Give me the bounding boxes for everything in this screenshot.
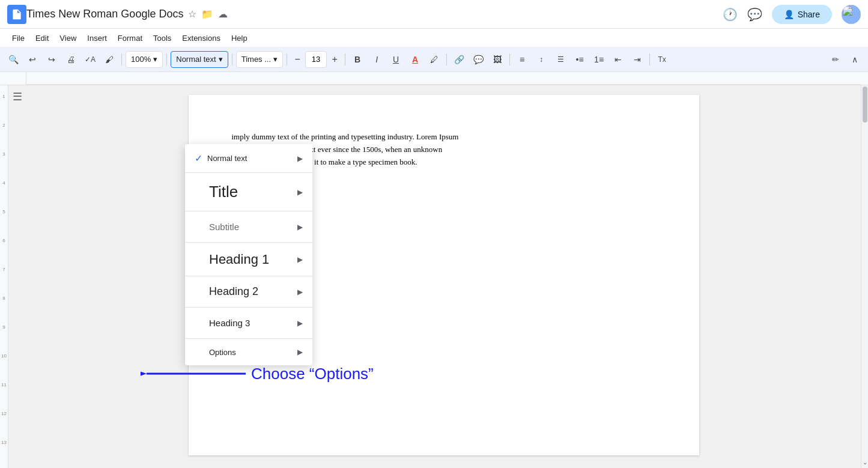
arrow-icon: ▶ bbox=[297, 154, 303, 163]
dropdown-item-heading3[interactable]: Heading 3 ▶ bbox=[185, 308, 312, 339]
insert-image-button[interactable]: 🖼 bbox=[489, 51, 506, 68]
style-dropdown-label: Normal text bbox=[176, 55, 216, 64]
history-icon[interactable]: 🕐 bbox=[723, 7, 738, 22]
bold-button[interactable]: B bbox=[349, 51, 366, 68]
chevron-down-icon2: ▾ bbox=[219, 55, 223, 64]
font-dropdown-label: Times ... bbox=[241, 55, 271, 64]
right-title-area: 🕐 💬 👤 Share U bbox=[723, 5, 861, 24]
menu-format[interactable]: Format bbox=[113, 31, 147, 45]
chevron-down-icon3: ▾ bbox=[273, 55, 278, 64]
clear-formatting-button[interactable]: Tx bbox=[654, 51, 670, 68]
arrow-icon3: ▶ bbox=[297, 223, 303, 231]
collapse-toolbar-button[interactable]: ∧ bbox=[846, 51, 863, 68]
font-size-area: − + bbox=[291, 51, 341, 68]
corner-box bbox=[0, 72, 26, 85]
redo-button[interactable]: ↪ bbox=[43, 51, 60, 68]
menu-view[interactable]: View bbox=[55, 31, 81, 45]
spellcheck-button[interactable]: ✓A bbox=[82, 51, 99, 68]
sep5 bbox=[345, 53, 345, 65]
sep6 bbox=[446, 53, 447, 65]
dropdown-item-heading1[interactable]: Heading 1 ▶ bbox=[185, 243, 312, 276]
arrow-icon6: ▶ bbox=[297, 319, 303, 327]
title-bar: Times New Roman Google Docs ☆ 📁 ☁ 🕐 💬 👤 … bbox=[0, 0, 868, 29]
decrease-font-size-button[interactable]: − bbox=[291, 51, 304, 68]
sep4 bbox=[287, 53, 287, 65]
doc-area[interactable]: imply dummy text of the printing and typ… bbox=[26, 85, 861, 468]
dropdown-label-heading2: Heading 2 bbox=[209, 285, 258, 298]
dropdown-item-normal-text[interactable]: ✓ Normal text ▶ bbox=[185, 144, 312, 173]
user-avatar[interactable]: U bbox=[842, 5, 861, 24]
dropdown-label-normal-text: Normal text bbox=[207, 154, 247, 163]
menu-extensions[interactable]: Extensions bbox=[177, 31, 225, 45]
sidebar: ☰ bbox=[8, 85, 26, 468]
share-button[interactable]: 👤 Share bbox=[772, 5, 832, 24]
sep2 bbox=[166, 53, 167, 65]
increase-indent-button[interactable]: ⇥ bbox=[629, 51, 646, 68]
italic-button[interactable]: I bbox=[368, 51, 385, 68]
checklist-button[interactable]: ☰ bbox=[552, 51, 569, 68]
main-area: 1 2 3 4 5 6 7 8 9 10 11 12 13 ☰ imply du… bbox=[0, 72, 868, 468]
scroll-to-bottom-button[interactable]: ⌄ bbox=[861, 459, 868, 466]
check-icon: ✓ bbox=[195, 153, 202, 164]
horizontal-ruler bbox=[26, 72, 861, 85]
ruler-row bbox=[0, 72, 868, 85]
menu-insert[interactable]: Insert bbox=[82, 31, 112, 45]
link-button[interactable]: 🔗 bbox=[451, 51, 467, 68]
dropdown-item-heading2[interactable]: Heading 2 ▶ bbox=[185, 276, 312, 308]
decrease-indent-button[interactable]: ⇤ bbox=[610, 51, 627, 68]
numbered-list-button[interactable]: 1≡ bbox=[590, 51, 607, 68]
chevron-down-icon: ▾ bbox=[153, 55, 157, 64]
underline-button[interactable]: U bbox=[387, 51, 404, 68]
star-icon[interactable]: ☆ bbox=[188, 8, 196, 20]
text-color-button[interactable]: A bbox=[407, 51, 423, 68]
scroll-thumb[interactable] bbox=[863, 87, 867, 123]
scrollbar[interactable]: ⌄ bbox=[861, 85, 868, 468]
toolbar: 🔍 ↩ ↪ 🖨 ✓A 🖌 100% ▾ Normal text ▾ Times … bbox=[0, 47, 868, 72]
highlight-button[interactable]: 🖊 bbox=[426, 51, 443, 68]
dropdown-item-options[interactable]: Options ▶ bbox=[185, 339, 312, 365]
align-button[interactable]: ≡ bbox=[514, 51, 530, 68]
arrow-icon4: ▶ bbox=[297, 255, 303, 264]
dropdown-label-title: Title bbox=[209, 183, 238, 201]
content-row: 1 2 3 4 5 6 7 8 9 10 11 12 13 ☰ imply du… bbox=[0, 85, 868, 468]
outline-icon[interactable]: ☰ bbox=[13, 90, 22, 103]
print-button[interactable]: 🖨 bbox=[62, 51, 79, 68]
style-dropdown-menu: ✓ Normal text ▶ Title ▶ Subtitle ▶ bbox=[185, 144, 312, 365]
folder-icon[interactable]: 📁 bbox=[201, 8, 213, 20]
doc-title[interactable]: Times New Roman Google Docs bbox=[26, 8, 183, 20]
vertical-ruler: 1 2 3 4 5 6 7 8 9 10 11 12 13 bbox=[0, 85, 8, 468]
dropdown-label-subtitle: Subtitle bbox=[209, 222, 239, 232]
arrow-icon7: ▶ bbox=[297, 348, 303, 356]
insert-comment-button[interactable]: 💬 bbox=[470, 51, 487, 68]
dropdown-label-options: Options bbox=[209, 348, 236, 357]
dropdown-label-heading3: Heading 3 bbox=[209, 318, 250, 328]
font-dropdown[interactable]: Times ... ▾ bbox=[236, 51, 283, 68]
menu-help[interactable]: Help bbox=[226, 31, 252, 45]
undo-button[interactable]: ↩ bbox=[24, 51, 41, 68]
h-ruler-right bbox=[861, 72, 868, 85]
doc-title-area: Times New Roman Google Docs ☆ 📁 ☁ bbox=[26, 8, 723, 20]
bullet-list-button[interactable]: •≡ bbox=[571, 51, 588, 68]
sep3 bbox=[232, 53, 232, 65]
sep7 bbox=[509, 53, 510, 65]
dropdown-item-subtitle[interactable]: Subtitle ▶ bbox=[185, 211, 312, 243]
menu-bar: File Edit View Insert Format Tools Exten… bbox=[0, 29, 868, 47]
paint-format-button[interactable]: 🖌 bbox=[101, 51, 118, 68]
cloud-icon[interactable]: ☁ bbox=[218, 8, 228, 20]
zoom-dropdown[interactable]: 100% ▾ bbox=[126, 51, 163, 68]
editing-mode-button[interactable]: ✏ bbox=[827, 51, 844, 68]
menu-tools[interactable]: Tools bbox=[148, 31, 176, 45]
app-icon bbox=[7, 5, 26, 24]
dropdown-item-title[interactable]: Title ▶ bbox=[185, 173, 312, 211]
line-spacing-button[interactable]: ↕ bbox=[533, 51, 550, 68]
sep8 bbox=[649, 53, 650, 65]
font-size-input[interactable] bbox=[305, 51, 327, 68]
menu-edit[interactable]: Edit bbox=[31, 31, 53, 45]
comment-icon[interactable]: 💬 bbox=[747, 7, 762, 22]
search-button[interactable]: 🔍 bbox=[5, 51, 22, 68]
menu-file[interactable]: File bbox=[7, 31, 29, 45]
style-dropdown[interactable]: Normal text ▾ bbox=[171, 51, 228, 68]
share-person-icon: 👤 bbox=[784, 10, 794, 19]
increase-font-size-button[interactable]: + bbox=[328, 51, 341, 68]
arrow-icon5: ▶ bbox=[297, 288, 303, 296]
